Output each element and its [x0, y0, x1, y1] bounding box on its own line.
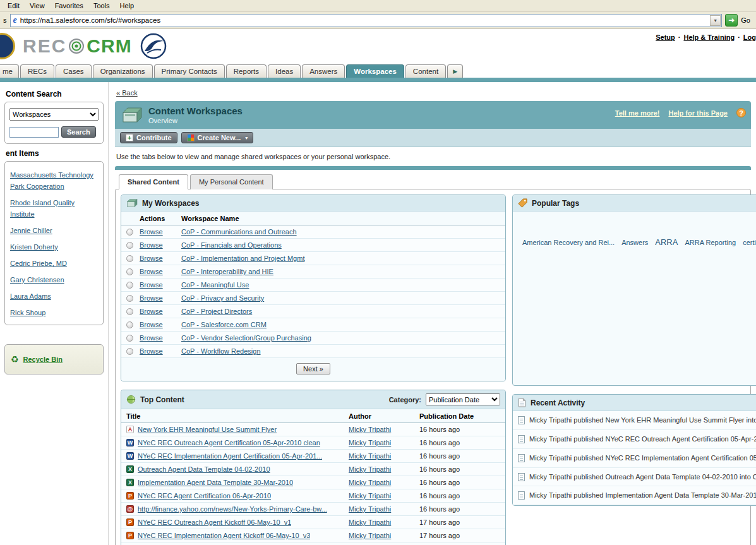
tag-arra-reporting[interactable]: ARRA Reporting: [685, 239, 736, 246]
content-title-link[interactable]: NYeC REC Outreach Agent Kickoff 06-May-1…: [138, 518, 291, 526]
subscribe-icon[interactable]: [126, 282, 133, 289]
author-link[interactable]: Micky Tripathi: [349, 439, 419, 446]
tab-organizations[interactable]: Organizations: [93, 64, 153, 78]
tab-shared-content[interactable]: Shared Content: [119, 174, 188, 189]
create-new-button[interactable]: Create New... ▾: [181, 132, 254, 143]
recent-item-link-cedric-priebe-md[interactable]: Cedric Priebe, MD: [10, 260, 67, 267]
tab-workspaces[interactable]: Workspaces: [346, 64, 404, 78]
url-dropdown-button[interactable]: ▼: [710, 15, 721, 26]
recent-item-link-rhode-island-quality-institute[interactable]: Rhode Island Quality Institute: [10, 199, 75, 218]
browse-link[interactable]: Browse: [140, 294, 181, 302]
author-link[interactable]: Micky Tripathi: [349, 452, 419, 460]
subscribe-icon[interactable]: [126, 348, 133, 355]
tab-recs[interactable]: RECs: [20, 64, 54, 78]
author-link[interactable]: Micky Tripathi: [349, 479, 419, 486]
content-title-link[interactable]: NYeC REC Implementation Agent Certificat…: [138, 452, 322, 460]
subscribe-icon[interactable]: [126, 242, 133, 249]
main-content: « Back Content Workspaces Overview Tell …: [109, 82, 756, 545]
workspace-link-cop-workflow-redesign[interactable]: CoP - Workflow Redesign: [181, 347, 261, 355]
url-input[interactable]: [20, 15, 711, 26]
tab-cases[interactable]: Cases: [56, 64, 92, 78]
author-link[interactable]: Micky Tripathi: [349, 532, 419, 539]
workspace-link-cop-meaningful-use[interactable]: CoP - Meaningful Use: [181, 281, 249, 289]
browse-link[interactable]: Browse: [140, 308, 181, 315]
content-title-link[interactable]: Outreach Agent Data Template 04-02-2010: [138, 465, 270, 473]
url-box[interactable]: e ▼: [10, 14, 723, 27]
category-select[interactable]: Publication Date: [426, 393, 500, 405]
content-title-link[interactable]: http://finance.yahoo.com/news/New-Yorks-…: [138, 505, 327, 513]
content-title-link[interactable]: New York EHR Meaningful Use Summit Flyer: [138, 426, 277, 433]
browse-link[interactable]: Browse: [140, 255, 181, 262]
workspace-link-cop-interoperability-and-hie[interactable]: CoP - Interoperability and HIE: [181, 268, 273, 275]
author-link[interactable]: Micky Tripathi: [349, 492, 419, 500]
tab-home-partial[interactable]: me: [0, 64, 19, 78]
content-title-link[interactable]: NYeC REC Outreach Agent Certification 05…: [138, 439, 320, 446]
go-button[interactable]: Go: [741, 16, 753, 24]
recent-item-link-gary-christensen[interactable]: Gary Christensen: [10, 276, 64, 284]
recent-item-link-jennie-chiller[interactable]: Jennie Chiller: [10, 227, 52, 234]
browse-link[interactable]: Browse: [140, 228, 181, 236]
tab-answers[interactable]: Answers: [302, 64, 345, 78]
subscribe-icon[interactable]: [126, 295, 133, 302]
browse-link[interactable]: Browse: [140, 334, 181, 342]
author-link[interactable]: Micky Tripathi: [349, 465, 419, 473]
browse-link[interactable]: Browse: [140, 268, 181, 275]
help-training-link[interactable]: Help & Training: [683, 33, 735, 41]
content-title-link[interactable]: NYeC REC Implementation Agent Kickoff 06…: [138, 532, 310, 539]
go-icon[interactable]: ➜: [725, 14, 738, 27]
browse-link[interactable]: Browse: [140, 347, 181, 355]
tag-american-recovery-and-rei[interactable]: American Recovery and Rei...: [522, 239, 615, 246]
subscribe-icon[interactable]: [126, 335, 133, 342]
tab-my-personal-content[interactable]: My Personal Content: [190, 174, 273, 189]
menu-help[interactable]: Help: [115, 1, 140, 11]
tab-reports[interactable]: Reports: [226, 64, 267, 78]
workspace-link-cop-vendor-selection-group-purchasing[interactable]: CoP - Vendor Selection/Group Purchasing: [181, 334, 311, 342]
workspace-link-cop-communications-and-outreach[interactable]: CoP - Communications and Outreach: [181, 228, 297, 236]
tag-certification[interactable]: certification: [743, 239, 756, 246]
author-link[interactable]: Micky Tripathi: [349, 505, 419, 513]
workspace-link-cop-project-directors[interactable]: CoP - Project Directors: [181, 308, 252, 315]
contribute-button[interactable]: + Contribute: [120, 132, 177, 143]
sidebar-search-input[interactable]: [9, 127, 59, 138]
back-link[interactable]: « Back: [116, 89, 138, 97]
tab-primary-contacts[interactable]: Primary Contacts: [154, 64, 225, 78]
subscribe-icon[interactable]: [126, 321, 133, 328]
recycle-bin-link[interactable]: Recycle Bin: [23, 356, 63, 363]
workspace-link-cop-financials-and-operations[interactable]: CoP - Financials and Operations: [181, 241, 282, 249]
search-scope-select[interactable]: Workspaces: [9, 108, 99, 121]
menu-tools[interactable]: Tools: [88, 1, 115, 11]
recent-item-link-rick-shoup[interactable]: Rick Shoup: [10, 309, 45, 316]
subscribe-icon[interactable]: [126, 268, 133, 275]
recent-item-link-laura-adams[interactable]: Laura Adams: [10, 292, 51, 300]
menu-view[interactable]: View: [25, 1, 50, 11]
workspace-link-cop-salesforce-com-crm[interactable]: CoP - Salesforce.com CRM: [181, 321, 267, 328]
author-link[interactable]: Micky Tripathi: [349, 518, 419, 526]
workspace-link-cop-implementation-and-project-mgmt[interactable]: CoP - Implementation and Project Mgmt: [181, 255, 304, 262]
next-button[interactable]: Next »: [296, 363, 330, 374]
tab-content[interactable]: Content: [405, 64, 446, 78]
menu-edit[interactable]: Edit: [3, 1, 25, 11]
content-title-link[interactable]: Implementation Agent Data Template 30-Ma…: [138, 479, 293, 486]
subscribe-icon[interactable]: [126, 308, 133, 315]
browse-link[interactable]: Browse: [140, 321, 181, 328]
recent-item-link-kristen-doherty[interactable]: Kristen Doherty: [10, 243, 58, 251]
content-title-link[interactable]: NYeC REC Agent Certification 06-Apr-2010: [138, 492, 271, 500]
tag-answers[interactable]: Answers: [621, 239, 648, 246]
sidebar-search-button[interactable]: Search: [61, 126, 96, 138]
menu-favorites[interactable]: Favorites: [50, 1, 88, 11]
subscribe-icon[interactable]: [126, 229, 133, 236]
setup-link[interactable]: Setup: [656, 33, 675, 41]
workspace-link-cop-privacy-and-security[interactable]: CoP - Privacy and Security: [181, 294, 264, 302]
browse-link[interactable]: Browse: [140, 281, 181, 289]
tab-ideas[interactable]: Ideas: [268, 64, 301, 78]
more-tabs-arrow[interactable]: ▶: [447, 64, 463, 78]
recent-item-link-massachusetts-technology-park-cooperation[interactable]: Massachusetts Technology Park Cooperatio…: [10, 171, 93, 190]
subscribe-icon[interactable]: [126, 255, 133, 262]
author-link[interactable]: Micky Tripathi: [349, 426, 419, 433]
tell-me-more-link[interactable]: Tell me more!: [615, 109, 660, 117]
tag-arra[interactable]: ARRA: [655, 237, 678, 247]
browse-link[interactable]: Browse: [140, 241, 181, 249]
help-for-page-link[interactable]: Help for this Page: [668, 109, 728, 117]
logout-link[interactable]: Log: [743, 33, 756, 41]
help-icon[interactable]: ?: [736, 108, 746, 117]
